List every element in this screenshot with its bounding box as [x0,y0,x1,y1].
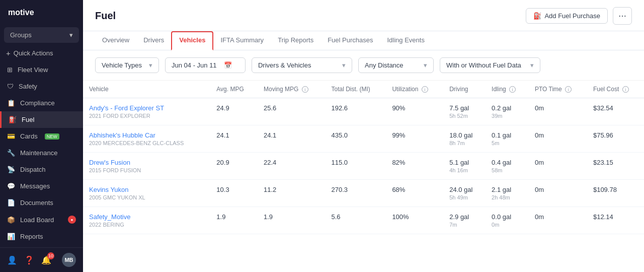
sidebar-item-label: Reports [20,233,43,240]
tab-idling-events[interactable]: Idling Events [380,31,432,50]
chevron-down-icon: ▾ [530,61,534,69]
idling-cell-0: 0.2 gal 39m [492,104,523,119]
cell-pto-time-0: 0m [529,98,587,125]
tab-overview[interactable]: Overview [95,31,136,50]
notifications-wrap[interactable]: 🔔 10 [41,255,51,265]
idling-gal-3: 2.1 gal [492,186,523,193]
cell-vehicle-4: Safety_Motive 2022 BERING [83,207,210,234]
cell-idling-4: 0.0 gal 0m [486,207,529,234]
sidebar-item-label: Load Board [20,216,54,224]
filters-bar: Vehicle Types ▾ Jun 04 - Jun 11 📅 Driver… [83,50,644,81]
vehicle-model-3: 2005 GMC YUKON XL [89,194,204,200]
cell-vehicle-3: Kevins Yukon 2005 GMC YUKON XL [83,180,210,207]
more-options-button[interactable]: ⋯ [613,7,632,25]
sidebar-item-fleet-view[interactable]: ⊞ Fleet View [0,61,83,78]
tab-drivers[interactable]: Drivers [136,31,171,50]
vehicle-name-3[interactable]: Kevins Yukon [89,186,204,193]
cell-avg-mpg-1: 24.1 [210,125,258,153]
fuel-data-filter[interactable]: With or Without Fuel Data ▾ [440,57,540,73]
idling-time-4: 0m [492,222,523,228]
sidebar-item-maintenance[interactable]: 🔧 Maintenance [0,145,83,161]
sidebar-item-label: Fleet View [18,66,48,74]
drivers-vehicles-filter[interactable]: Drivers & Vehicles ▾ [252,57,352,73]
sidebar-item-reports[interactable]: 📊 Reports [0,228,83,245]
distance-label: Any Distance [365,61,404,69]
add-fuel-purchase-button[interactable]: ⛽ Add Fuel Purchase [526,8,608,24]
sidebar-item-fuel[interactable]: ⛽ Fuel [0,111,83,128]
idling-gal-1: 0.1 gal [492,131,523,139]
main-content: Fuel ⛽ Add Fuel Purchase ⋯ Overview Driv… [83,0,644,272]
tab-fuel-purchases[interactable]: Fuel Purchases [320,31,380,50]
sidebar-item-label: Fuel [22,116,34,123]
cell-pto-time-1: 0m [529,125,587,153]
cell-total-dist-1: 435.0 [325,125,386,153]
calendar-icon: 📅 [224,61,232,69]
cell-pto-time-4: 0m [529,207,587,234]
cell-driving-2: 5.1 gal 4h 16m [443,153,486,180]
tab-trip-reports[interactable]: Trip Reports [271,31,320,50]
vehicle-types-filter[interactable]: Vehicle Types ▾ [95,57,159,73]
chevron-down-icon: ▾ [69,31,73,39]
utilization-info-icon[interactable]: i [422,86,428,93]
quick-actions[interactable]: + Quick Actions [0,45,83,61]
fuel-data-label: With or Without Fuel Data [446,61,521,69]
sidebar-item-label: Messages [20,182,50,190]
cell-fuel-cost-4: $12.14 [587,207,644,234]
idling-info-icon[interactable]: i [509,86,516,93]
vehicles-table-wrap: Vehicle Avg. MPG Moving MPG i Total Dist… [83,81,644,272]
question-icon[interactable]: ❓ [24,255,34,265]
cell-utilization-4: 100% [386,207,443,234]
sidebar: motive Groups ▾ + Quick Actions ⊞ Fleet … [0,0,83,272]
sidebar-item-dispatch[interactable]: 📡 Dispatch [0,161,83,178]
cell-moving-mpg-2: 22.4 [258,153,325,180]
cell-driving-1: 18.0 gal 8h 7m [443,125,486,153]
groups-selector[interactable]: Groups ▾ [4,27,79,43]
sidebar-item-label: Dispatch [20,166,46,173]
tab-vehicles[interactable]: Vehicles [171,31,213,50]
vehicle-name-2[interactable]: Drew's Fusion [89,159,204,166]
vehicle-model-2: 2015 FORD FUSION [89,167,204,173]
tabs-nav: Overview Drivers Vehicles IFTA Summary T… [83,31,644,50]
vehicle-name-4[interactable]: Safety_Motive [89,213,204,221]
table-header-row: Vehicle Avg. MPG Moving MPG i Total Dist… [83,81,644,98]
sidebar-item-marketplace[interactable]: 🏪 Marketplace [0,245,83,247]
sidebar-item-label: Safety [19,83,37,90]
avatar[interactable]: MB [62,253,76,267]
sidebar-item-documents[interactable]: 📄 Documents [0,194,83,211]
sidebar-item-messages[interactable]: 💬 Messages [0,178,83,194]
vehicle-name-0[interactable]: Andy's - Ford Explorer ST [89,104,204,112]
fuel-purchase-icon: ⛽ [533,12,541,20]
person-icon[interactable]: 👤 [7,255,17,265]
distance-filter[interactable]: Any Distance ▾ [358,57,434,73]
shield-icon: 🛡 [7,83,14,90]
sidebar-item-cards[interactable]: 💳 Cards NEW [0,128,83,145]
date-range-filter[interactable]: Jun 04 - Jun 11 📅 [165,57,246,73]
cell-vehicle-0: Andy's - Ford Explorer ST 2021 FORD EXPL… [83,98,210,125]
bar-chart-icon: 📊 [7,233,15,240]
cell-idling-2: 0.4 gal 58m [486,153,529,180]
cell-vehicle-2: Drew's Fusion 2015 FORD FUSION [83,153,210,180]
idling-gal-4: 0.0 gal [492,213,523,221]
moving-mpg-info-icon[interactable]: i [302,86,308,93]
sidebar-item-load-board[interactable]: 📦 Load Board ● [0,211,83,228]
fuel-cost-info-icon[interactable]: i [622,86,629,93]
cell-moving-mpg-4: 1.9 [258,207,325,234]
idling-cell-2: 0.4 gal 58m [492,159,523,173]
vehicle-name-1[interactable]: Abhishek's Hubble Car [89,131,204,139]
cell-pto-time-3: 0m [529,180,587,207]
col-vehicle: Vehicle [83,81,210,98]
col-moving-mpg: Moving MPG i [258,81,325,98]
cell-idling-0: 0.2 gal 39m [486,98,529,125]
driving-cell-3: 24.0 gal 5h 49m [449,186,479,200]
sidebar-item-safety[interactable]: 🛡 Safety [0,78,83,95]
logo: motive [0,0,83,25]
cell-total-dist-0: 192.6 [325,98,386,125]
tab-ifta-summary[interactable]: IFTA Summary [213,31,271,50]
pto-info-icon[interactable]: i [565,86,572,93]
plus-icon: + [6,49,11,57]
chevron-down-icon: ▾ [342,61,346,69]
driving-gal-1: 18.0 gal [449,131,479,139]
sidebar-item-compliance[interactable]: 📋 Compliance [0,95,83,111]
sidebar-item-label: Documents [20,199,53,207]
table-row: Safety_Motive 2022 BERING 1.9 1.9 5.6 10… [83,207,644,234]
